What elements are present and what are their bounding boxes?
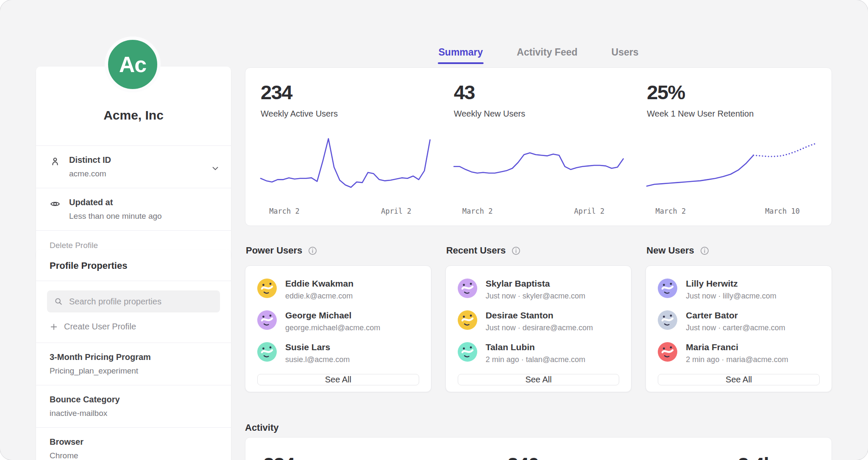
user-row[interactable]: Desirae Stanton Just now · desirare@acme…	[458, 310, 620, 332]
activity-stat-value: 3.4k	[738, 453, 774, 460]
face-avatar-icon	[658, 279, 677, 298]
user-row[interactable]: Carter Bator Just now · carter@acme.com	[658, 310, 820, 332]
new-users-section: New Users Lilly Herwitz Just now · lilly…	[645, 243, 832, 392]
x-tick: March 2	[462, 207, 493, 215]
property-name: 3-Month Pricing Program	[50, 352, 217, 362]
distinct-id-row[interactable]: Distinct ID acme.com	[36, 145, 231, 188]
user-row[interactable]: George Michael george.michael@acme.com	[257, 310, 419, 332]
company-avatar: Ac	[105, 36, 161, 92]
updated-at-row: Updated at Less than one minute ago	[36, 188, 231, 230]
new-users-card: Lilly Herwitz Just now · lilly@acme.com …	[645, 265, 832, 392]
stat-label: Week 1 New User Retention	[647, 109, 816, 119]
activity-stat-value: 234	[263, 453, 295, 460]
info-icon[interactable]	[308, 246, 317, 256]
x-axis-labels: March 2 April 2	[454, 207, 623, 218]
user-subtext: 2 min ago · talan@acme.com	[486, 355, 585, 364]
user-subtext: Just now · skyler@acme.com	[486, 292, 585, 301]
user-subtext: Just now · carter@acme.com	[686, 323, 785, 332]
info-icon[interactable]	[511, 246, 521, 256]
x-axis-labels: March 2 April 2	[261, 207, 430, 218]
property-row[interactable]: 3-Month Pricing Program Pricing_plan_exp…	[36, 343, 231, 385]
user-subtext: eddie.k@acme.com	[285, 292, 353, 301]
face-avatar-icon	[257, 342, 277, 362]
property-value: inactive-mailbox	[50, 409, 217, 418]
chevron-down-icon[interactable]	[211, 164, 220, 173]
x-tick: April 2	[381, 207, 412, 215]
profile-properties-card: Profile Properties Create User Profile 3…	[36, 249, 231, 460]
user-sections: Power Users Eddie Kwakman eddie.k@acme.c…	[245, 243, 832, 392]
search-icon	[54, 297, 63, 306]
field-value: acme.com	[69, 169, 111, 178]
tab-activity-feed[interactable]: Activity Feed	[516, 44, 578, 64]
user-row[interactable]: Susie Lars susie.l@acme.com	[257, 342, 419, 364]
user-name: Talan Lubin	[486, 342, 585, 352]
stat-label: Weekly Active Users	[261, 109, 430, 119]
field-label: Distinct ID	[69, 155, 111, 165]
recent-users-section: Recent Users Skylar Baptista Just now · …	[445, 243, 632, 392]
activity-card: 234 240 3.4k	[245, 437, 832, 460]
section-title: Recent Users	[446, 245, 506, 256]
person-icon	[50, 156, 61, 167]
section-title: Power Users	[246, 245, 302, 256]
user-subtext: Just now · desirare@acme.com	[486, 323, 593, 332]
activity-section-title: Activity	[245, 422, 278, 433]
property-name: Browser	[50, 437, 217, 447]
profile-tabs: Summary Activity Feed Users	[245, 44, 832, 64]
face-avatar-icon	[458, 279, 477, 298]
week1-retention-chart	[647, 137, 816, 200]
stat-week1-retention: 25% Week 1 New User Retention March 2 Ma…	[647, 81, 816, 226]
stat-label: Weekly New Users	[454, 109, 623, 119]
see-all-button[interactable]: See All	[458, 374, 620, 385]
user-row[interactable]: Skylar Baptista Just now · skyler@acme.c…	[458, 279, 620, 301]
user-row[interactable]: Maria Franci 2 min ago · maria@acme.com	[658, 342, 820, 364]
company-profile-window: Ac Acme, Inc Distinct ID acme.com	[0, 0, 868, 460]
user-row[interactable]: Eddie Kwakman eddie.k@acme.com	[257, 279, 419, 301]
stat-value: 234	[261, 81, 430, 104]
user-subtext: 2 min ago · maria@acme.com	[686, 355, 788, 364]
section-title: New Users	[646, 245, 694, 256]
company-profile-card: Acme, Inc Distinct ID acme.com	[36, 67, 231, 260]
tab-users[interactable]: Users	[611, 44, 640, 64]
user-row[interactable]: Talan Lubin 2 min ago · talan@acme.com	[458, 342, 620, 364]
see-all-button[interactable]: See All	[658, 374, 820, 385]
create-user-profile-button[interactable]: Create User Profile	[36, 312, 231, 343]
x-tick: March 2	[269, 207, 300, 215]
user-name: Skylar Baptista	[486, 279, 585, 289]
stat-value: 43	[454, 81, 623, 104]
property-name: Bounce Category	[50, 395, 217, 404]
user-subtext: Just now · lilly@acme.com	[686, 292, 776, 301]
info-icon[interactable]	[700, 246, 709, 256]
face-avatar-icon	[458, 310, 477, 330]
face-avatar-icon	[658, 310, 677, 330]
power-users-section: Power Users Eddie Kwakman eddie.k@acme.c…	[245, 243, 431, 392]
plus-icon	[50, 323, 58, 331]
user-name: Desirae Stanton	[486, 310, 593, 321]
user-name: Susie Lars	[285, 342, 350, 352]
property-value: Chrome	[50, 451, 217, 460]
user-name: Carter Bator	[686, 310, 785, 321]
face-avatar-icon	[257, 310, 277, 330]
activity-stat-value: 240	[507, 453, 539, 460]
see-all-button[interactable]: See All	[257, 374, 419, 385]
x-tick: March 2	[655, 207, 686, 215]
search-input[interactable]	[47, 290, 220, 312]
x-axis-labels: March 2 March 10	[647, 207, 816, 218]
weekly-new-users-chart	[454, 137, 623, 200]
user-row[interactable]: Lilly Herwitz Just now · lilly@acme.com	[658, 279, 820, 301]
user-subtext: george.michael@acme.com	[285, 323, 380, 332]
weekly-active-users-chart	[261, 137, 430, 200]
face-avatar-icon	[257, 279, 277, 298]
stat-value: 25%	[647, 81, 816, 104]
recent-users-card: Skylar Baptista Just now · skyler@acme.c…	[445, 265, 632, 392]
property-row[interactable]: Bounce Category inactive-mailbox	[36, 385, 231, 427]
stat-weekly-active-users: 234 Weekly Active Users March 2 April 2	[261, 81, 430, 226]
summary-stats-card: 234 Weekly Active Users March 2 April 2 …	[245, 67, 832, 226]
profile-properties-title: Profile Properties	[36, 249, 231, 281]
user-subtext: susie.l@acme.com	[285, 355, 350, 364]
user-name: Maria Franci	[686, 342, 788, 352]
field-label: Updated at	[69, 198, 162, 207]
profile-properties-search	[47, 290, 220, 312]
tab-summary[interactable]: Summary	[438, 44, 484, 64]
face-avatar-icon	[658, 342, 677, 362]
property-row[interactable]: Browser Chrome	[36, 427, 231, 460]
